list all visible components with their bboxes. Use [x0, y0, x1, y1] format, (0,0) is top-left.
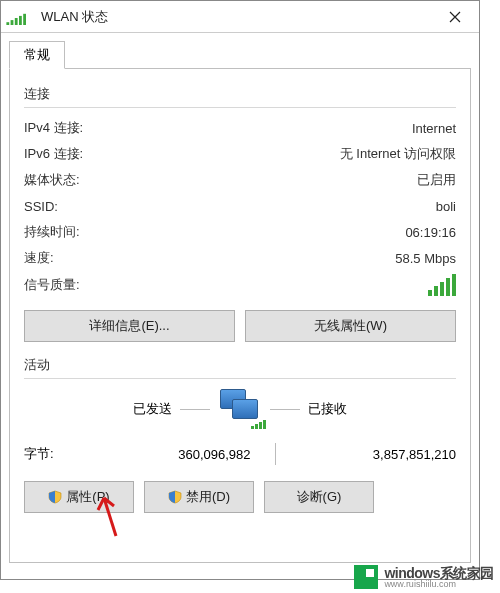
- tab-panel: 连接 IPv4 连接: Internet IPv6 连接: 无 Internet…: [9, 69, 471, 563]
- shield-icon: [48, 490, 62, 504]
- bytes-row: 字节: 360,096,982 3,857,851,210: [24, 443, 456, 465]
- ssid-value: boli: [134, 199, 456, 214]
- received-label: 已接收: [308, 400, 347, 418]
- speed-label: 速度:: [24, 249, 134, 267]
- diagnose-button[interactable]: 诊断(G): [264, 481, 374, 513]
- sent-label: 已发送: [133, 400, 172, 418]
- activity-header: 已发送 已接收: [24, 389, 456, 429]
- row-signal: 信号质量:: [24, 274, 456, 296]
- row-media: 媒体状态: 已启用: [24, 170, 456, 190]
- bytes-received-value: 3,857,851,210: [300, 447, 457, 462]
- activity-sent-arm: 已发送: [24, 400, 210, 418]
- disable-button[interactable]: 禁用(D): [144, 481, 254, 513]
- disable-button-label: 禁用(D): [186, 488, 230, 506]
- divider: [24, 378, 456, 379]
- watermark-text: windows系统家园 www.ruishiilu.com: [384, 566, 494, 589]
- ipv6-value: 无 Internet 访问权限: [134, 145, 456, 163]
- tab-general[interactable]: 常规: [9, 41, 65, 69]
- wireless-properties-button[interactable]: 无线属性(W): [245, 310, 456, 342]
- connection-buttons: 详细信息(E)... 无线属性(W): [24, 310, 456, 342]
- activity-section-head: 活动: [24, 356, 456, 374]
- titlebar: WLAN 状态: [1, 1, 479, 33]
- signal-value: [134, 274, 456, 296]
- close-button[interactable]: [435, 3, 475, 31]
- signal-bars-icon: [426, 274, 456, 296]
- row-duration: 持续时间: 06:19:16: [24, 222, 456, 242]
- speed-value: 58.5 Mbps: [134, 251, 456, 266]
- properties-button[interactable]: 属性(P): [24, 481, 134, 513]
- media-label: 媒体状态:: [24, 171, 134, 189]
- ipv6-label: IPv6 连接:: [24, 145, 134, 163]
- tabstrip: 常规: [9, 41, 471, 69]
- bytes-sent-value: 360,096,982: [94, 447, 251, 462]
- media-value: 已启用: [134, 171, 456, 189]
- row-ipv6: IPv6 连接: 无 Internet 访问权限: [24, 144, 456, 164]
- duration-label: 持续时间:: [24, 223, 134, 241]
- tab-underline: [9, 68, 471, 69]
- divider: [24, 107, 456, 108]
- wifi-icon: [5, 9, 35, 25]
- properties-button-label: 属性(P): [66, 488, 109, 506]
- watermark-brand: windows系统家园: [384, 566, 494, 580]
- connection-section-head: 连接: [24, 85, 456, 103]
- dash-line: [180, 409, 210, 410]
- ssid-label: SSID:: [24, 199, 134, 214]
- signal-label: 信号质量:: [24, 276, 134, 294]
- close-icon: [449, 11, 461, 23]
- window-title: WLAN 状态: [41, 8, 435, 26]
- row-ipv4: IPv4 连接: Internet: [24, 118, 456, 138]
- watermark-url: www.ruishiilu.com: [384, 580, 494, 589]
- bytes-label: 字节:: [24, 445, 94, 463]
- details-button[interactable]: 详细信息(E)...: [24, 310, 235, 342]
- watermark: windows系统家园 www.ruishiilu.com: [354, 565, 494, 589]
- activity-recv-arm: 已接收: [270, 400, 456, 418]
- shield-icon: [168, 490, 182, 504]
- ipv4-value: Internet: [134, 121, 456, 136]
- vertical-separator: [275, 443, 276, 465]
- network-monitor-icon: [214, 389, 266, 429]
- row-ssid: SSID: boli: [24, 196, 456, 216]
- watermark-logo-icon: [354, 565, 378, 589]
- wlan-status-window: WLAN 状态 常规 连接 IPv4 连接: Internet IPv6 连接:…: [0, 0, 480, 580]
- activity-buttons: 属性(P) 禁用(D) 诊断(G): [24, 481, 456, 513]
- row-speed: 速度: 58.5 Mbps: [24, 248, 456, 268]
- dash-line: [270, 409, 300, 410]
- ipv4-label: IPv4 连接:: [24, 119, 134, 137]
- duration-value: 06:19:16: [134, 225, 456, 240]
